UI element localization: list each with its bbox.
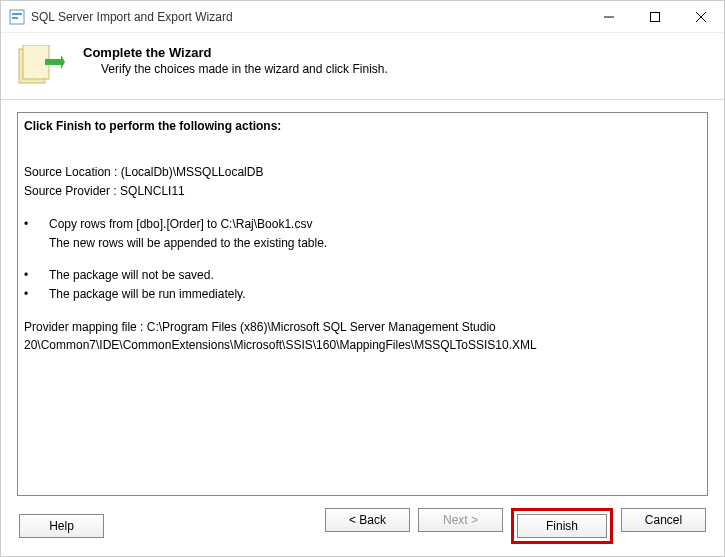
summary-heading: Click Finish to perform the following ac…: [24, 117, 701, 135]
bullet-icon: •: [24, 285, 49, 303]
maximize-button[interactable]: [632, 1, 678, 32]
app-icon: [9, 9, 25, 25]
source-provider: Source Provider : SQLNCLI11: [24, 182, 701, 200]
content-area: Click Finish to perform the following ac…: [1, 100, 724, 496]
action-run-text: The package will be run immediately.: [49, 285, 701, 303]
nav-button-group: < Back Next > Finish Cancel: [325, 508, 706, 544]
source-location: Source Location : (LocalDb)\MSSQLLocalDB: [24, 163, 701, 181]
finish-highlight: Finish: [511, 508, 613, 544]
action-copy: • Copy rows from [dbo].[Order] to C:\Raj…: [24, 215, 701, 233]
summary-panel: Click Finish to perform the following ac…: [17, 112, 708, 496]
header-text: Complete the Wizard Verify the choices m…: [83, 45, 388, 85]
back-button[interactable]: < Back: [325, 508, 410, 532]
close-icon: [696, 12, 706, 22]
page-subtitle: Verify the choices made in the wizard an…: [83, 62, 388, 76]
svg-rect-1: [12, 13, 22, 15]
action-copy-text: Copy rows from [dbo].[Order] to C:\Raj\B…: [49, 215, 701, 233]
action-copy-note: The new rows will be appended to the exi…: [24, 234, 701, 252]
minimize-button[interactable]: [586, 1, 632, 32]
help-button[interactable]: Help: [19, 514, 104, 538]
wizard-window: SQL Server Import and Export Wizard Comp…: [0, 0, 725, 557]
window-title: SQL Server Import and Export Wizard: [31, 10, 586, 24]
bullet-icon: •: [24, 215, 49, 233]
page-title: Complete the Wizard: [83, 45, 388, 60]
wizard-icon: [17, 45, 65, 85]
svg-rect-2: [12, 17, 18, 19]
finish-button[interactable]: Finish: [517, 514, 607, 538]
minimize-icon: [604, 12, 614, 22]
wizard-header: Complete the Wizard Verify the choices m…: [1, 33, 724, 100]
button-bar: Help < Back Next > Finish Cancel: [1, 496, 724, 556]
mapping-file: Provider mapping file : C:\Program Files…: [24, 318, 701, 354]
bullet-icon: •: [24, 266, 49, 284]
close-button[interactable]: [678, 1, 724, 32]
svg-rect-4: [651, 12, 660, 21]
action-save-text: The package will not be saved.: [49, 266, 701, 284]
titlebar: SQL Server Import and Export Wizard: [1, 1, 724, 33]
next-button: Next >: [418, 508, 503, 532]
cancel-button[interactable]: Cancel: [621, 508, 706, 532]
maximize-icon: [650, 12, 660, 22]
window-controls: [586, 1, 724, 32]
action-run: • The package will be run immediately.: [24, 285, 701, 303]
action-save: • The package will not be saved.: [24, 266, 701, 284]
